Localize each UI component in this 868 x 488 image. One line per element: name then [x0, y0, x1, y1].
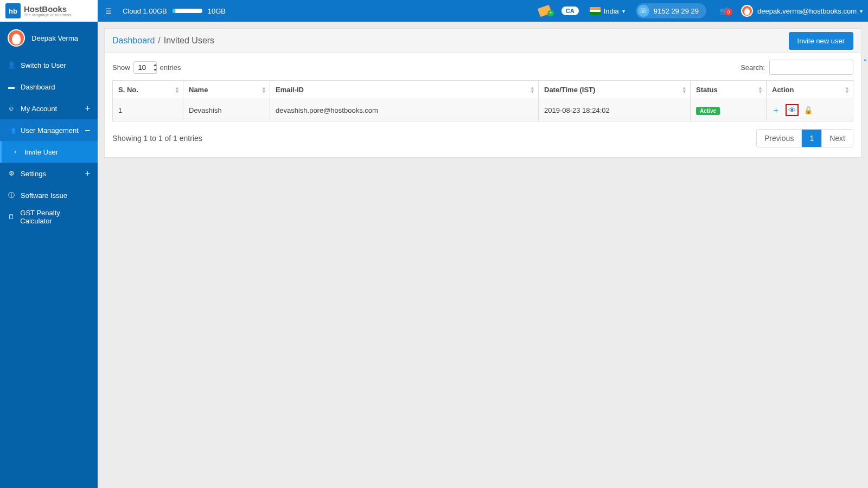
lock-action-icon[interactable]: 🔓: [804, 106, 813, 114]
ca-badge[interactable]: CA: [556, 7, 584, 15]
nav-icon: ›: [11, 148, 19, 156]
add-action-icon[interactable]: ＋: [772, 105, 780, 115]
sidebar-username: Deepak Verma: [31, 34, 78, 42]
sidebar-user[interactable]: Deepak Verma: [0, 22, 98, 54]
table-info: Showing 1 to 1 of 1 entries: [112, 134, 202, 143]
col-email-id[interactable]: Email-ID▲▼: [270, 81, 539, 99]
sidebar-item-dashboard[interactable]: ▬Dashboard: [0, 76, 98, 98]
page-length-select[interactable]: 10: [133, 61, 157, 74]
search-label: Search:: [741, 63, 765, 72]
nav-label: Switch to User: [21, 61, 66, 69]
table-panel: « Show 10 entries Search: S. No.▲▼Name▲▼…: [104, 53, 861, 158]
collapse-panel-icon[interactable]: «: [864, 56, 867, 63]
cell-email: devashish.pore@hostbooks.com: [270, 99, 539, 121]
sidebar-item-my-account[interactable]: ☺My Account+: [0, 98, 98, 119]
page-prev[interactable]: Previous: [757, 130, 801, 147]
page-next[interactable]: Next: [821, 130, 853, 147]
sidebar-item-settings[interactable]: ⚙Settings+: [0, 163, 98, 184]
breadcrumb-current: Invited Users: [164, 36, 214, 46]
invited-users-table: S. No.▲▼Name▲▼Email-ID▲▼Date/Time (IST)▲…: [112, 80, 853, 121]
breadcrumb-root[interactable]: Dashboard: [112, 36, 155, 46]
search-input[interactable]: [769, 60, 853, 75]
page-header: Dashboard / Invited Users Invite new use…: [104, 28, 861, 53]
pagination: Previous 1 Next: [756, 129, 853, 147]
brand-tagline: The language of business: [24, 13, 71, 17]
cell-status: Active: [691, 99, 767, 121]
chevron-down-icon: ▾: [622, 8, 625, 14]
col-action[interactable]: Action▲▼: [767, 81, 853, 99]
nav-label: Dashboard: [21, 83, 55, 91]
brand-name: HostBooks: [24, 5, 71, 13]
nav-label: User Management: [21, 126, 79, 134]
cell-datetime: 2019-08-23 18:24:02: [539, 99, 691, 121]
col-s-no-[interactable]: S. No.▲▼: [113, 81, 183, 99]
ticket-add-icon[interactable]: [533, 7, 556, 15]
nav-icon: 👥: [8, 126, 15, 134]
brand-mark: hb: [5, 3, 21, 18]
avatar-icon: [741, 5, 753, 17]
storage-used: Cloud 1.00GB: [123, 7, 167, 15]
breadcrumb-sep: /: [158, 36, 160, 46]
nav-label: Invite User: [24, 148, 58, 156]
sort-icon: ▲▼: [175, 86, 180, 94]
sort-icon: ▲▼: [758, 86, 763, 94]
nav-icon: 🗒: [8, 213, 15, 221]
sidebar: Deepak Verma 👤Switch to User▬Dashboard☺M…: [0, 22, 98, 488]
view-action-icon[interactable]: 👁: [786, 104, 799, 116]
expand-icon: +: [85, 104, 90, 113]
cell-name: Devashish: [183, 99, 270, 121]
india-flag-icon: [590, 7, 601, 15]
account-menu[interactable]: deepak.verma@hostbooks.com ▾: [736, 5, 868, 17]
status-badge: Active: [696, 107, 720, 115]
show-label-post: entries: [160, 63, 181, 72]
nav-label: Settings: [21, 170, 46, 178]
table-row: 1Devashishdevashish.pore@hostbooks.com20…: [113, 99, 853, 121]
sort-icon: ▲▼: [845, 86, 850, 94]
nav-icon: ▬: [8, 83, 15, 91]
sort-icon: ▲▼: [682, 86, 687, 94]
sort-icon: ▲▼: [261, 86, 266, 94]
col-status[interactable]: Status▲▼: [691, 81, 767, 99]
sidebar-item-software-issue[interactable]: ⓘSoftware Issue: [0, 184, 98, 206]
brand-logo[interactable]: hb HostBooks The language of business: [0, 0, 98, 22]
sidebar-item-gst-penalty-calculator[interactable]: 🗒GST Penalty Calculator: [0, 206, 98, 228]
menu-toggle-icon[interactable]: ☰: [98, 7, 119, 15]
chevron-down-icon: ▾: [860, 8, 863, 14]
nav-label: My Account: [21, 105, 57, 113]
sidebar-item-invite-user[interactable]: ›Invite User: [0, 141, 98, 163]
storage-total: 10GB: [208, 7, 226, 15]
nav-icon: ⓘ: [8, 191, 15, 200]
avatar-icon: [8, 29, 25, 47]
topbar: hb HostBooks The language of business ☰ …: [0, 0, 868, 22]
show-label-pre: Show: [112, 63, 130, 72]
expand-icon: –: [85, 125, 90, 135]
country-selector[interactable]: India ▾: [584, 7, 630, 15]
sidebar-item-user-management[interactable]: 👥User Management–: [0, 119, 98, 141]
phone-number: 9152 29 29 29: [654, 7, 699, 15]
nav-label: GST Penalty Calculator: [20, 209, 90, 225]
sort-icon: ▲▼: [530, 86, 535, 94]
expand-icon: +: [85, 169, 90, 178]
support-phone[interactable]: ☏ 9152 29 29 29: [630, 3, 712, 18]
col-name[interactable]: Name▲▼: [183, 81, 270, 99]
country-label: India: [604, 7, 619, 15]
content-area: Dashboard / Invited Users Invite new use…: [98, 22, 868, 488]
nav-icon: ☺: [8, 105, 15, 112]
nav-icon: 👤: [8, 61, 15, 69]
col-date-time-ist-[interactable]: Date/Time (IST)▲▼: [539, 81, 691, 99]
account-email: deepak.verma@hostbooks.com: [757, 7, 857, 15]
page-1[interactable]: 1: [801, 130, 821, 147]
headset-icon: ☏: [637, 5, 649, 17]
cell-action: ＋👁🔓: [767, 99, 853, 121]
storage-meter: [173, 9, 202, 13]
cell-sno: 1: [113, 99, 183, 121]
sidebar-item-switch-to-user[interactable]: 👤Switch to User: [0, 54, 98, 76]
invite-new-user-button[interactable]: Invite new user: [789, 32, 853, 50]
cart-icon[interactable]: 🛒0: [712, 7, 736, 15]
nav-label: Software Issue: [21, 191, 67, 200]
cart-count-badge: 0: [725, 8, 732, 16]
nav-icon: ⚙: [8, 170, 15, 177]
